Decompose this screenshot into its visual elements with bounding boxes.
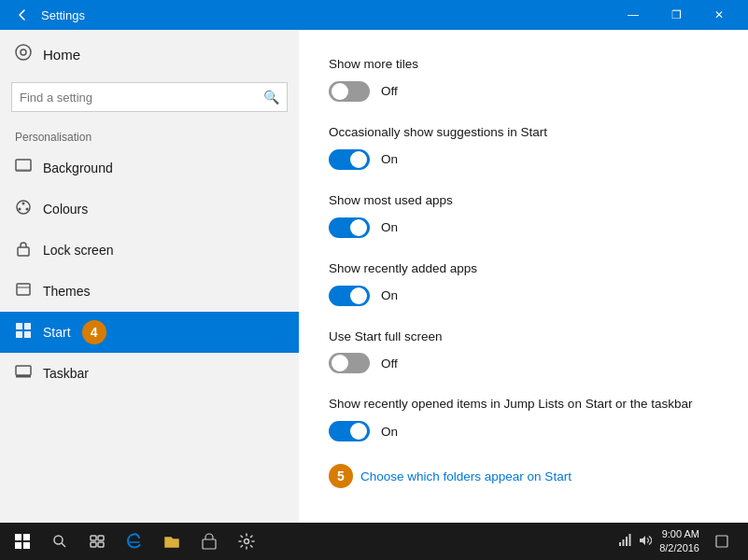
svg-rect-20 [23,542,30,549]
setting-label-show-recently-opened: Show recently opened items in Jump Lists… [329,396,718,413]
setting-show-recently-added: Show recently added appsOn [329,260,718,306]
svg-rect-12 [24,323,31,329]
setting-start-full-screen: Use Start full screenOff [329,329,718,374]
sidebar-item-start[interactable]: Start4 [0,312,299,353]
task-view-button[interactable] [78,523,116,560]
link-badge: 5 [329,464,353,488]
colours-icon [15,199,32,219]
svg-rect-34 [716,536,727,547]
sidebar-item-themes[interactable]: Themes [0,271,299,312]
toggle-row-show-most-used: On [329,217,718,238]
svg-rect-30 [623,539,625,546]
section-label: Personalisation [0,123,299,147]
maximize-button[interactable]: ❐ [655,0,698,30]
svg-rect-32 [629,534,631,546]
sidebar-item-taskbar[interactable]: Taskbar [0,353,299,394]
background-icon [15,158,32,178]
edge-button[interactable] [116,523,153,560]
explorer-button[interactable] [153,523,191,560]
svg-rect-26 [98,542,104,547]
search-input[interactable] [20,91,263,105]
taskbar: 9:00 AM 8/2/2016 [0,523,748,560]
svg-rect-23 [91,536,96,540]
sidebar-item-background[interactable]: Background [0,147,299,189]
setting-show-recently-opened: Show recently opened items in Jump Lists… [329,396,718,441]
toggle-state-show-most-used: On [381,220,398,234]
search-taskbar-button[interactable] [41,523,78,560]
svg-point-28 [245,539,249,544]
volume-icon[interactable] [639,534,652,550]
toggle-show-recently-added[interactable] [329,286,370,306]
start-icon [15,322,32,343]
svg-point-7 [26,208,29,211]
svg-point-6 [19,208,21,211]
svg-rect-11 [16,323,22,329]
svg-rect-13 [16,331,22,338]
sidebar-item-label-lock-screen: Lock screen [43,243,113,258]
svg-marker-33 [640,536,645,545]
toggle-start-full-screen[interactable] [329,353,370,373]
notification-icon[interactable] [707,523,737,560]
toggle-state-show-more-tiles: Off [381,84,398,98]
svg-rect-17 [15,534,21,540]
svg-rect-14 [24,331,31,338]
search-box[interactable]: 🔍 [11,82,288,112]
toggle-show-most-used[interactable] [329,217,370,238]
sidebar-item-colours[interactable]: Colours [0,189,299,230]
network-icon[interactable] [618,534,631,550]
sidebar-item-label-background: Background [43,161,113,175]
svg-rect-15 [16,366,31,375]
close-button[interactable]: ✕ [698,0,741,30]
settings-taskbar-button[interactable] [228,523,265,560]
start-button[interactable] [4,523,41,560]
setting-label-show-more-tiles: Show more tiles [329,56,718,74]
setting-label-show-suggestions: Occasionally show suggestions in Start [329,124,718,142]
themes-icon [15,281,32,301]
search-icon[interactable]: 🔍 [263,90,279,105]
systray: 9:00 AM 8/2/2016 [611,523,744,560]
sidebar-item-lock-screen[interactable]: Lock screen [0,230,299,271]
svg-rect-3 [16,169,31,171]
home-label: Home [43,47,80,63]
nav-badge-start: 4 [82,320,106,344]
window-title: Settings [41,8,612,22]
home-icon [15,44,32,64]
sidebar-item-label-colours: Colours [43,202,88,217]
sidebar-item-label-start: Start [43,325,71,340]
sidebar-item-label-themes: Themes [43,284,91,299]
svg-point-1 [21,49,26,55]
toggle-state-show-recently-added: On [381,288,398,302]
minimize-button[interactable]: — [612,0,655,30]
toggle-state-start-full-screen: Off [381,357,398,371]
svg-rect-24 [98,536,104,540]
toggle-row-show-suggestions: On [329,149,718,170]
nav-items: BackgroundColoursLock screenThemesStart4… [0,147,299,394]
toggle-show-recently-opened[interactable] [329,421,370,441]
setting-show-more-tiles: Show more tilesOff [329,56,718,102]
toggle-row-show-more-tiles: Off [329,81,718,102]
settings-list: Show more tilesOffOccasionally show sugg… [329,56,718,441]
window-controls: — ❐ ✕ [612,0,741,30]
svg-rect-19 [15,542,21,549]
choose-folders-link[interactable]: Choose which folders appear on Start [360,469,572,483]
choose-folders-row: 5 Choose which folders appear on Start [329,464,718,488]
content-area: Show more tilesOffOccasionally show sugg… [299,30,748,523]
store-button[interactable] [191,523,228,560]
toggle-row-show-recently-opened: On [329,421,718,441]
taskbar-icon [15,365,32,382]
home-item[interactable]: Home [0,30,299,78]
back-button[interactable] [7,0,37,30]
svg-rect-31 [626,537,628,546]
clock[interactable]: 9:00 AM 8/2/2016 [659,527,699,556]
toggle-row-start-full-screen: Off [329,353,718,373]
svg-rect-29 [619,542,621,546]
setting-label-show-recently-added: Show recently added apps [329,260,718,278]
toggle-show-suggestions[interactable] [329,149,370,170]
sidebar: Home 🔍 Personalisation BackgroundColours… [0,30,299,523]
sidebar-item-label-taskbar: Taskbar [43,366,89,381]
svg-point-5 [22,203,25,205]
setting-label-show-most-used: Show most used apps [329,192,718,210]
setting-label-start-full-screen: Use Start full screen [329,329,718,346]
toggle-show-more-tiles[interactable] [329,81,370,102]
svg-rect-25 [91,542,96,547]
